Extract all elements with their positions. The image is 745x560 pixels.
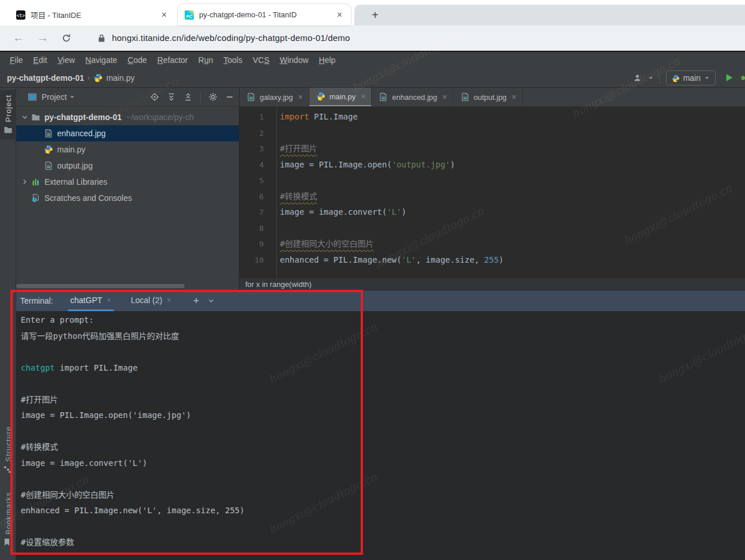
python-icon	[672, 74, 680, 82]
code-text: enhanced = PIL.Image.new('L', image.size…	[264, 252, 504, 268]
scratches-icon	[31, 193, 40, 203]
menu-tools[interactable]: Tools	[218, 55, 248, 65]
run-play-icon[interactable]	[725, 73, 734, 83]
tree-row-root[interactable]: py-chatgpt-demo-01~/workspace/py-ch	[16, 109, 239, 125]
toolbar-divider	[660, 72, 660, 84]
browser-tab[interactable]: <t>项目 - TitanIDE×	[9, 4, 175, 25]
code-text	[264, 125, 280, 141]
forward-arrow-icon[interactable]: →	[37, 31, 48, 44]
menu-edit[interactable]: Edit	[28, 55, 53, 65]
code-line: 10enhanced = PIL.Image.new('L', image.si…	[239, 252, 745, 268]
code-text	[264, 221, 280, 237]
branch-label: main	[683, 73, 701, 83]
tree-row-external-libraries[interactable]: External Libraries	[16, 174, 239, 190]
image-file-icon	[246, 92, 256, 102]
refresh-icon[interactable]	[61, 33, 72, 43]
collapse-all-icon[interactable]	[184, 92, 193, 102]
tree-item-label: External Libraries	[44, 177, 107, 186]
menu-navigate[interactable]: Navigate	[80, 55, 122, 65]
project-panel-title[interactable]: Project	[42, 92, 67, 102]
tree-row-file[interactable]: enhanced.jpg	[16, 125, 239, 141]
editor-tab[interactable]: main.py×	[309, 88, 372, 106]
menu-run[interactable]: Run	[193, 55, 219, 65]
editor-tab[interactable]: galaxy.jpg×	[239, 88, 309, 106]
folder-icon	[3, 125, 13, 135]
menu-vcs[interactable]: VCS	[248, 55, 275, 65]
python-file-icon	[44, 145, 53, 154]
line-number: 8	[239, 221, 264, 237]
python-file-icon	[316, 92, 325, 101]
tree-item-label: output.jpg	[57, 161, 93, 170]
editor-tab-label: galaxy.jpg	[260, 93, 293, 102]
project-horizontal-scrollbar[interactable]	[16, 284, 185, 288]
ide-navbar: py-chatgpt-demo-01 › main.py main	[0, 68, 745, 88]
code-line: 1import PIL.Image	[239, 109, 745, 125]
new-tab-button[interactable]: +	[367, 8, 383, 24]
back-arrow-icon[interactable]: ←	[13, 31, 24, 44]
tree-item-path: ~/workspace/py-ch	[126, 113, 194, 122]
close-icon[interactable]: ×	[443, 92, 447, 102]
chevron-right-icon[interactable]	[21, 178, 29, 186]
library-icon	[31, 177, 40, 186]
menu-refactor[interactable]: Refactor	[152, 55, 193, 65]
breadcrumb-file[interactable]: main.py	[106, 73, 134, 83]
line-number: 9	[239, 236, 264, 252]
browser-tab[interactable]: PCpy-chatgpt-demo-01 - TitanID×	[178, 4, 351, 25]
close-icon[interactable]: ×	[335, 10, 344, 20]
browser-tabstrip: + <t>项目 - TitanIDE×PCpy-chatgpt-demo-01 …	[0, 0, 745, 25]
menu-window[interactable]: Window	[275, 55, 314, 65]
code-line: 2	[239, 125, 745, 141]
user-caret-icon	[648, 73, 654, 83]
run-config-selector[interactable]: main	[666, 70, 716, 85]
sticky-context-line[interactable]: for x in range(width)	[239, 278, 745, 290]
breadcrumb-project[interactable]: py-chatgpt-demo-01	[7, 73, 84, 83]
code-text: #打开图片	[264, 141, 317, 157]
titanide-icon: <t>	[16, 10, 25, 20]
tree-item-label: py-chatgpt-demo-01	[44, 113, 122, 122]
svg-text:<t>: <t>	[17, 13, 25, 18]
code-editor[interactable]: 1import PIL.Image23#打开图片4image = PIL.Ima…	[239, 107, 745, 278]
chevron-down-icon[interactable]	[21, 113, 29, 121]
code-line: 7image = image.convert('L')	[239, 204, 745, 221]
editor-tab[interactable]: enhanced.jpg×	[372, 88, 453, 106]
image-file-icon	[44, 161, 53, 170]
code-text: #转换模式	[264, 189, 317, 205]
editor-tab-label: output.jpg	[474, 93, 507, 102]
menu-code[interactable]: Code	[122, 55, 152, 65]
image-file-icon	[461, 92, 470, 102]
menu-help[interactable]: Help	[314, 55, 341, 65]
lock-icon[interactable]	[98, 33, 105, 43]
red-highlight-rectangle	[10, 290, 363, 555]
code-line: 9#创建相同大小的空白图片	[239, 236, 745, 252]
line-number: 4	[239, 157, 264, 173]
user-icon[interactable]	[633, 73, 642, 83]
ide-menubar: FileEditViewNavigateCodeRefactorRunTools…	[0, 51, 745, 68]
tree-row-file[interactable]: output.jpg	[16, 158, 239, 174]
chevron-down-icon	[704, 73, 710, 83]
line-number: 6	[239, 189, 264, 205]
tool-window-button-project[interactable]: Project	[0, 90, 16, 139]
divider	[200, 92, 201, 102]
locate-icon[interactable]	[150, 92, 159, 102]
code-line: 5	[239, 173, 745, 189]
close-icon[interactable]: ×	[361, 92, 365, 101]
close-icon[interactable]: ×	[512, 92, 516, 102]
debug-bug-icon[interactable]	[740, 73, 745, 83]
tree-item-label: Scratches and Consoles	[44, 193, 132, 203]
menu-file[interactable]: File	[5, 55, 28, 65]
tree-item-label: enhanced.jpg	[57, 129, 106, 138]
tree-row-scratches[interactable]: Scratches and Consoles	[16, 190, 239, 206]
close-icon[interactable]: ×	[160, 10, 169, 20]
editor-tab[interactable]: output.jpg×	[454, 88, 523, 106]
tree-row-file[interactable]: main.py	[16, 141, 239, 158]
gutter-separator	[276, 107, 277, 278]
editor-tabbar: galaxy.jpg×main.py×enhanced.jpg×output.j…	[239, 88, 745, 107]
code-text: image = PIL.Image.open('output.jpg')	[264, 157, 455, 173]
hide-icon[interactable]	[225, 92, 234, 102]
settings-icon[interactable]	[208, 92, 218, 102]
menu-view[interactable]: View	[53, 55, 80, 65]
line-number: 7	[239, 204, 264, 221]
expand-all-icon[interactable]	[167, 92, 176, 102]
close-icon[interactable]: ×	[298, 92, 303, 102]
address-bar[interactable]: hongxi.titanide.cn/ide/web/coding/py-cha…	[112, 33, 350, 43]
